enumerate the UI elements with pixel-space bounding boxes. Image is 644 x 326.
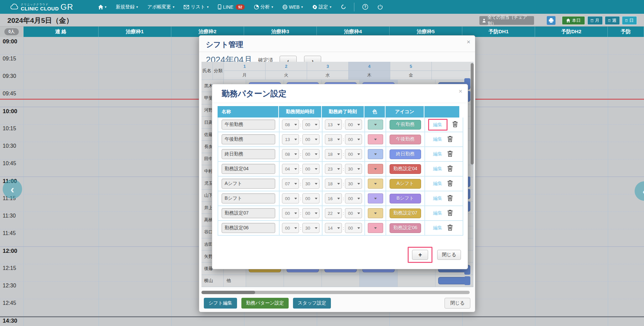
pattern-name-input[interactable] bbox=[222, 149, 275, 159]
shift-modal-close-icon[interactable]: × bbox=[467, 38, 470, 46]
start-hour-select[interactable]: 00 bbox=[282, 208, 299, 218]
color-select[interactable] bbox=[368, 164, 383, 174]
staff-filter-button[interactable]: 全ての担当（チェア別） bbox=[479, 16, 534, 25]
edit-link[interactable]: 編集 bbox=[433, 151, 443, 157]
start-minute-select[interactable]: 30 bbox=[302, 179, 319, 189]
shift-day-header[interactable]: 2火 bbox=[266, 62, 307, 80]
delete-button[interactable] bbox=[447, 209, 453, 217]
app-logo[interactable]: クリニッククラウド CLINIC CLOUD GR bbox=[10, 3, 73, 11]
start-minute-select[interactable]: 00 bbox=[302, 164, 319, 174]
pattern-modal-close-button[interactable]: 閉じる bbox=[437, 250, 461, 260]
start-hour-select[interactable]: 00 bbox=[282, 223, 299, 233]
color-select[interactable] bbox=[368, 134, 383, 144]
pattern-name-input[interactable] bbox=[222, 134, 275, 144]
delete-button[interactable] bbox=[447, 195, 453, 202]
end-hour-select[interactable]: 23 bbox=[325, 164, 342, 174]
start-hour-select[interactable]: 07 bbox=[282, 179, 299, 189]
shift-day-cell[interactable] bbox=[322, 275, 360, 287]
start-minute-select[interactable]: 00 bbox=[302, 134, 319, 144]
footer-button-pattern-setting[interactable]: 勤務パターン設定 bbox=[241, 298, 289, 309]
end-hour-select[interactable]: 18 bbox=[325, 134, 342, 144]
shift-day-cell[interactable] bbox=[398, 275, 435, 287]
add-pattern-button[interactable]: + bbox=[412, 250, 428, 260]
color-select[interactable] bbox=[368, 179, 383, 189]
edit-link[interactable]: 編集 bbox=[433, 195, 443, 201]
nav-item-help[interactable]: ? bbox=[358, 0, 373, 14]
start-hour-select[interactable]: 08 bbox=[282, 120, 299, 130]
delete-button[interactable] bbox=[447, 224, 453, 232]
shift-day-header[interactable]: 1月 bbox=[224, 62, 266, 80]
page-left-arrow[interactable]: ‹ bbox=[3, 179, 22, 199]
pattern-name-input[interactable] bbox=[222, 208, 275, 218]
pattern-name-input[interactable] bbox=[222, 120, 275, 130]
start-hour-select[interactable]: 00 bbox=[282, 193, 299, 203]
edit-link[interactable]: 編集 bbox=[433, 181, 443, 187]
shift-table-hscrollbar[interactable] bbox=[201, 291, 470, 294]
nav-item-apobook[interactable]: アポ帳変更▾ bbox=[143, 0, 179, 14]
nav-item-power[interactable] bbox=[373, 0, 388, 14]
end-hour-select[interactable]: 14 bbox=[325, 223, 342, 233]
today-button[interactable]: 本日 bbox=[562, 16, 585, 25]
start-minute-select[interactable]: 00 bbox=[302, 193, 319, 203]
shift-day-header[interactable]: 4木 bbox=[349, 62, 390, 80]
nav-item-refresh[interactable] bbox=[336, 0, 351, 14]
end-hour-select[interactable]: 16 bbox=[325, 193, 342, 203]
delete-button[interactable] bbox=[447, 165, 453, 173]
delete-button[interactable] bbox=[452, 121, 458, 129]
start-hour-select[interactable]: 13 bbox=[282, 134, 299, 144]
pattern-name-input[interactable] bbox=[222, 223, 275, 233]
nav-item-home[interactable]: ▾ bbox=[94, 0, 111, 14]
start-minute-select[interactable]: 00 bbox=[302, 120, 319, 130]
delete-button[interactable] bbox=[447, 180, 453, 188]
nav-item-list[interactable]: リスト▾ bbox=[179, 0, 213, 14]
edit-link[interactable]: 編集 bbox=[433, 122, 443, 127]
end-hour-select[interactable]: 18 bbox=[325, 149, 342, 159]
pattern-name-input[interactable] bbox=[222, 193, 275, 203]
color-select[interactable] bbox=[368, 223, 383, 233]
edit-link[interactable]: 編集 bbox=[433, 136, 443, 142]
color-select[interactable] bbox=[368, 120, 383, 130]
end-minute-select[interactable]: 00 bbox=[345, 223, 362, 233]
delete-button[interactable] bbox=[447, 150, 453, 158]
month-view-button[interactable]: 月 bbox=[587, 16, 603, 25]
nav-item-settings[interactable]: 設定▾ bbox=[308, 0, 336, 14]
start-minute-select[interactable]: 30 bbox=[302, 223, 319, 233]
day-view-button[interactable]: 日 bbox=[622, 16, 637, 25]
end-minute-select[interactable]: 30 bbox=[345, 179, 362, 189]
end-minute-select[interactable]: 00 bbox=[345, 208, 362, 218]
start-minute-select[interactable]: 00 bbox=[302, 149, 319, 159]
start-hour-select[interactable]: 04 bbox=[282, 164, 299, 174]
color-select[interactable] bbox=[368, 149, 383, 159]
edit-link[interactable]: 編集 bbox=[433, 210, 443, 216]
end-hour-select[interactable]: 13 bbox=[325, 120, 342, 130]
nav-item-line[interactable]: LINE92 bbox=[213, 0, 249, 14]
shift-day-header[interactable]: 5金 bbox=[390, 62, 432, 80]
shift-day-cell[interactable] bbox=[246, 275, 284, 287]
print-button[interactable] bbox=[547, 16, 555, 25]
footer-button-staff-setting[interactable]: スタッフ設定 bbox=[293, 298, 331, 309]
edit-link[interactable]: 編集 bbox=[433, 225, 443, 231]
end-minute-select[interactable]: 00 bbox=[345, 120, 362, 130]
shift-modal-close-button[interactable]: 閉じる bbox=[445, 298, 470, 309]
nav-item-register[interactable]: 新規登録▾ bbox=[111, 0, 143, 14]
end-minute-select[interactable]: 00 bbox=[345, 134, 362, 144]
shift-day-header[interactable]: 3水 bbox=[307, 62, 349, 80]
pattern-name-input[interactable] bbox=[222, 179, 275, 189]
end-minute-select[interactable]: 30 bbox=[345, 164, 362, 174]
week-view-button[interactable]: 週 bbox=[605, 16, 620, 25]
end-minute-select[interactable]: 00 bbox=[345, 149, 362, 159]
shift-modal-vscrollbar[interactable] bbox=[471, 63, 474, 165]
end-minute-select[interactable]: 00 bbox=[345, 193, 362, 203]
end-hour-select[interactable]: 18 bbox=[325, 179, 342, 189]
start-minute-select[interactable]: 00 bbox=[302, 208, 319, 218]
start-hour-select[interactable]: 08 bbox=[282, 149, 299, 159]
delete-button[interactable] bbox=[447, 136, 453, 143]
shift-day-cell[interactable] bbox=[360, 275, 398, 287]
shift-day-cell[interactable] bbox=[284, 275, 322, 287]
end-hour-select[interactable]: 22 bbox=[325, 208, 342, 218]
color-select[interactable] bbox=[368, 208, 383, 218]
pattern-modal-close-icon[interactable]: × bbox=[459, 88, 462, 95]
nav-item-analysis[interactable]: 分析▾ bbox=[249, 0, 278, 14]
color-select[interactable] bbox=[368, 193, 383, 203]
footer-button-shift-edit[interactable]: シフト編集 bbox=[204, 298, 237, 309]
